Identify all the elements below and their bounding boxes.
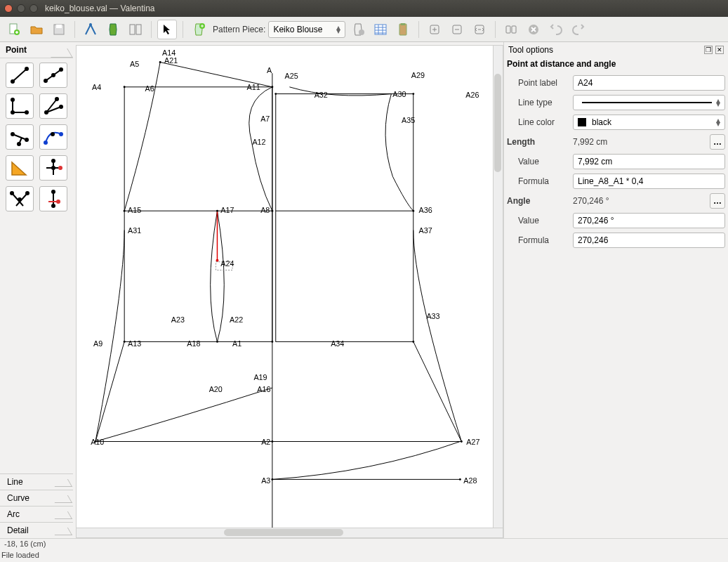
svg-point-74 — [124, 341, 126, 343]
svg-point-80 — [274, 93, 277, 95]
table-button[interactable] — [371, 20, 390, 39]
undo-button[interactable] — [546, 20, 566, 39]
point-label: A18 — [187, 339, 200, 348]
svg-point-27 — [11, 110, 15, 115]
tool-shoulder[interactable] — [6, 124, 34, 150]
point-label: A30 — [392, 90, 406, 98]
horizontal-scrollbar[interactable] — [76, 528, 503, 538]
tool-category-header[interactable]: Point — [0, 42, 73, 58]
point-label: A19 — [253, 373, 267, 381]
point-label: A13 — [128, 339, 141, 348]
zoom-fit-button[interactable] — [470, 20, 489, 39]
tool-name-label: Point at distance and angle — [507, 58, 725, 73]
length-value-input[interactable] — [573, 154, 725, 169]
tool-height-point[interactable] — [39, 186, 67, 211]
point-label: A5 — [130, 60, 139, 68]
angle-value-input[interactable] — [573, 213, 725, 228]
point-label: A2 — [261, 438, 270, 446]
point-label: A1 — [232, 339, 241, 348]
pattern-piece-value: Keiko Blouse — [273, 25, 322, 34]
point-label: A16 — [257, 385, 270, 393]
angle-formula-input[interactable] — [573, 233, 725, 248]
scrollbar-thumb[interactable] — [224, 529, 343, 536]
line-type-label: Line type — [507, 98, 569, 107]
point-label: A27 — [466, 438, 479, 446]
svg-point-85 — [459, 478, 461, 481]
angle-expand-button[interactable]: … — [710, 193, 725, 209]
open-file-button[interactable] — [27, 20, 46, 39]
zoom-original-button[interactable] — [501, 20, 521, 39]
svg-point-82 — [412, 210, 414, 212]
tab-curve[interactable]: Curve — [0, 490, 73, 506]
stop-button[interactable] — [524, 20, 543, 39]
svg-point-39 — [17, 142, 21, 146]
svg-point-8 — [359, 30, 364, 35]
svg-rect-5 — [130, 25, 135, 34]
point-label: A10 — [91, 438, 104, 446]
angle-section-label: Angle — [507, 196, 569, 206]
save-file-button[interactable] — [49, 20, 69, 39]
svg-point-41 — [59, 132, 63, 136]
tool-point-line[interactable] — [6, 63, 34, 88]
tool-bisector[interactable] — [39, 93, 67, 119]
length-section-label: Length — [507, 137, 569, 147]
line-color-value: black — [592, 117, 611, 127]
tool-normal[interactable] — [6, 93, 34, 119]
tool-point-along[interactable] — [39, 63, 67, 88]
svg-point-24 — [59, 67, 63, 72]
tool-triangle[interactable] — [6, 155, 34, 181]
svg-point-4 — [89, 23, 92, 26]
history-button[interactable] — [393, 20, 413, 39]
point-label: A29 — [411, 71, 425, 79]
tab-line[interactable]: Line — [0, 473, 73, 490]
svg-point-19 — [11, 79, 15, 84]
point-label: A34 — [331, 339, 344, 348]
line-type-select[interactable]: ▴▾ — [573, 95, 725, 110]
point-label-input[interactable] — [573, 75, 725, 91]
new-pattern-piece-button[interactable] — [189, 20, 209, 39]
svg-point-69 — [271, 86, 273, 88]
window-close-button[interactable] — [4, 4, 13, 13]
status-message: File loaded — [0, 551, 728, 562]
chevron-updown-icon: ▴▾ — [336, 26, 340, 33]
point-label: A37 — [419, 226, 432, 235]
svg-rect-58 — [124, 87, 272, 342]
pattern-piece-select[interactable]: Keiko Blouse ▴▾ — [268, 21, 345, 38]
point-label: A12 — [252, 138, 265, 146]
window-minimize-button[interactable] — [17, 4, 25, 13]
line-color-select[interactable]: black▴▾ — [573, 115, 725, 130]
svg-point-68 — [124, 86, 126, 88]
vertical-scrollbar[interactable] — [494, 45, 503, 528]
tab-arc[interactable]: Arc — [0, 506, 73, 522]
svg-point-83 — [412, 341, 414, 343]
tool-intersection[interactable] — [39, 155, 67, 181]
config-pattern-button[interactable] — [348, 20, 368, 39]
point-label-label: Point label — [507, 78, 569, 88]
zoom-in-button[interactable] — [425, 20, 444, 39]
tab-detail[interactable]: Detail — [0, 522, 73, 538]
redo-button[interactable] — [569, 20, 588, 39]
panel-float-button[interactable]: ❐ — [704, 46, 713, 54]
detail-mode-button[interactable] — [103, 20, 123, 39]
svg-line-18 — [13, 69, 27, 81]
svg-point-32 — [44, 110, 48, 115]
tool-line-intersect[interactable] — [6, 186, 34, 211]
length-expand-button[interactable]: … — [710, 134, 725, 150]
new-file-button[interactable] — [4, 20, 24, 39]
svg-point-72 — [216, 210, 218, 212]
length-formula-label: Formula — [507, 176, 569, 186]
draw-mode-button[interactable] — [81, 20, 100, 39]
point-label: A4 — [92, 83, 101, 91]
layout-mode-button[interactable] — [126, 20, 145, 39]
length-formula-input[interactable] — [573, 174, 725, 189]
zoom-out-button[interactable] — [447, 20, 467, 39]
scrollbar-thumb[interactable] — [494, 74, 501, 172]
panel-close-button[interactable]: ✕ — [715, 46, 724, 54]
window-maximize-button[interactable] — [29, 4, 38, 13]
drawing-canvas[interactable]: A5A14A21AA25A29A4A6A11A32A30A26A7A35A12A… — [76, 45, 494, 528]
svg-point-40 — [44, 140, 48, 145]
pattern-piece-label: Pattern Piece: — [213, 25, 265, 34]
tool-spline-point[interactable] — [39, 124, 67, 150]
pointer-tool-button[interactable] — [157, 20, 177, 39]
point-label: A32 — [315, 91, 328, 99]
